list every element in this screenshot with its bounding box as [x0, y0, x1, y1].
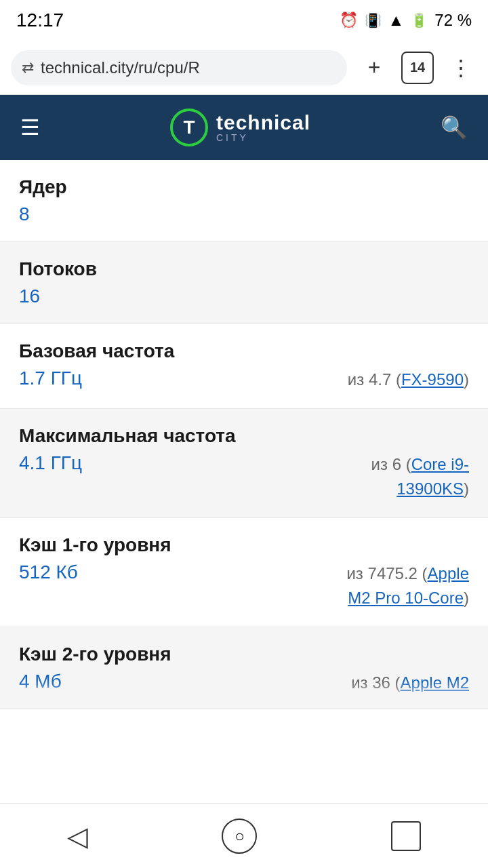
address-text: technical.city/ru/cpu/R	[41, 58, 200, 77]
battery-icon: 🔋	[411, 12, 428, 28]
new-tab-button[interactable]: +	[358, 52, 390, 84]
status-bar: 12:17 ⏰ 📳 ▲ 🔋 72 %	[0, 0, 488, 41]
spec-label-l2-cache: Кэш 2-го уровня	[19, 644, 469, 665]
spec-row-cores: Ядер 8	[0, 160, 488, 242]
spec-value-row-base-freq: 1.7 ГГц из 4.7 (FX-9590)	[19, 368, 469, 392]
spec-row-l1-cache: Кэш 1-го уровня 512 Кб из 7475.2 (AppleM…	[0, 518, 488, 627]
spec-label-cores: Ядер	[19, 176, 469, 198]
spec-value-cores: 8	[19, 203, 30, 225]
spec-value-row-max-freq: 4.1 ГГц из 6 (Core i9-13900KS)	[19, 452, 469, 501]
spec-value-row-cores: 8	[19, 203, 469, 225]
recents-button[interactable]	[391, 821, 421, 851]
wifi-icon: ▲	[388, 11, 405, 30]
spec-compare-base-freq: из 4.7 (FX-9590)	[348, 368, 469, 392]
spec-value-l1-cache: 512 Кб	[19, 561, 78, 583]
back-button[interactable]: ◁	[67, 821, 88, 852]
spec-value-max-freq: 4.1 ГГц	[19, 452, 82, 474]
alarm-icon: ⏰	[340, 12, 358, 29]
site-logo: T technical CITY	[170, 108, 310, 146]
spec-label-max-freq: Максимальная частота	[19, 425, 469, 447]
spec-compare-link-l1-cache[interactable]: AppleM2 Pro 10-Core	[348, 564, 469, 607]
spec-value-row-threads: 16	[19, 285, 469, 307]
spec-label-base-freq: Базовая частота	[19, 340, 469, 362]
spec-row-threads: Потоков 16	[0, 242, 488, 324]
spec-compare-max-freq: из 6 (Core i9-13900KS)	[371, 452, 469, 501]
logo-text: technical CITY	[216, 113, 310, 142]
vibrate-icon: 📳	[365, 12, 382, 28]
spec-row-base-freq: Базовая частота 1.7 ГГц из 4.7 (FX-9590)	[0, 324, 488, 409]
spec-label-threads: Потоков	[19, 258, 469, 280]
logo-city: CITY	[216, 133, 310, 142]
browser-bar: ⇄ technical.city/ru/cpu/R + 14 ⋮	[0, 41, 488, 95]
status-time: 12:17	[16, 9, 64, 31]
spec-value-base-freq: 1.7 ГГц	[19, 368, 82, 389]
battery-percent: 72 %	[434, 11, 472, 30]
spec-row-l2-cache: Кэш 2-го уровня 4 Мб из 36 (Apple M2	[0, 627, 488, 709]
hamburger-icon[interactable]: ☰	[20, 115, 40, 140]
status-icons: ⏰ 📳 ▲ 🔋 72 %	[340, 11, 472, 30]
address-bar[interactable]: ⇄ technical.city/ru/cpu/R	[11, 50, 347, 85]
spec-compare-link-base-freq[interactable]: FX-9590	[401, 370, 464, 389]
home-button[interactable]: ○	[222, 818, 257, 854]
browser-nav-bar: ◁ ○	[0, 803, 488, 868]
tab-count-button[interactable]: 14	[401, 52, 434, 84]
search-icon[interactable]: 🔍	[441, 115, 468, 140]
spec-compare-l1-cache: из 7475.2 (AppleM2 Pro 10-Core)	[346, 561, 469, 610]
spec-value-threads: 16	[19, 285, 40, 307]
logo-circle: T	[170, 108, 208, 146]
spec-compare-link-max-freq[interactable]: Core i9-13900KS	[396, 455, 469, 498]
site-header: ☰ T technical CITY 🔍	[0, 95, 488, 160]
address-icon: ⇄	[22, 59, 34, 77]
logo-name: technical	[216, 113, 310, 133]
spec-row-max-freq: Максимальная частота 4.1 ГГц из 6 (Core …	[0, 409, 488, 518]
spec-label-l1-cache: Кэш 1-го уровня	[19, 534, 469, 556]
spec-value-row-l1-cache: 512 Кб из 7475.2 (AppleM2 Pro 10-Core)	[19, 561, 469, 610]
browser-menu-button[interactable]: ⋮	[445, 52, 477, 84]
spec-content: Ядер 8 Потоков 16 Базовая частота 1.7 ГГ…	[0, 160, 488, 709]
